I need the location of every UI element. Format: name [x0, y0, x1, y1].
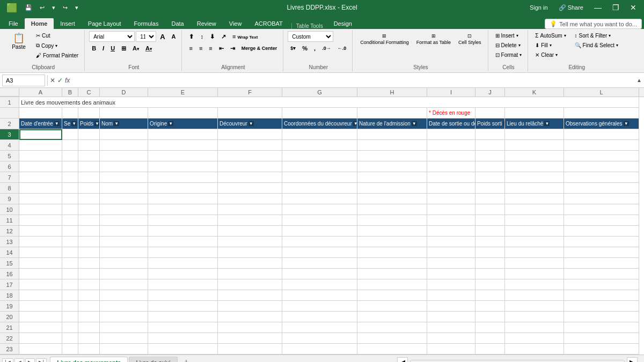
- paste-button[interactable]: 📋 Paste: [5, 31, 32, 52]
- filter-icon-c[interactable]: ▼: [94, 121, 100, 126]
- col-header-g[interactable]: G: [282, 88, 357, 97]
- header-nature[interactable]: Nature de l'admission ▼: [357, 119, 427, 129]
- align-middle-button[interactable]: ↕: [197, 31, 206, 42]
- col-header-c[interactable]: C: [78, 88, 100, 97]
- scroll-left-btn[interactable]: ◀: [397, 357, 408, 362]
- header-poids-sorti[interactable]: Poids sorti ▼: [475, 119, 505, 129]
- cell-h3[interactable]: [357, 129, 427, 140]
- increase-font-button[interactable]: A: [157, 31, 167, 42]
- format-as-table-button[interactable]: ⊞ Format as Table: [413, 31, 454, 47]
- tell-me-box[interactable]: 💡 Tell me what you want to do...: [545, 19, 642, 29]
- sheet-scroll-right[interactable]: ▶: [25, 358, 35, 362]
- format-painter-button[interactable]: 🖌 Format Painter: [33, 51, 81, 60]
- format-button[interactable]: ⊡ Format ▾: [493, 50, 525, 60]
- header-decouvreur[interactable]: Découvreur ▼: [218, 119, 282, 129]
- cell-j1b[interactable]: [475, 108, 505, 119]
- sort-filter-button[interactable]: ↕ Sort & Filter ▾: [572, 31, 621, 40]
- indent-decrease-button[interactable]: ⇤: [216, 43, 226, 54]
- sheet-scroll-last[interactable]: ▶|: [36, 358, 47, 362]
- header-lieu-relache[interactable]: Lieu du relâché ▼: [505, 119, 564, 129]
- font-name-select[interactable]: Arial: [89, 31, 135, 42]
- merge-center-button[interactable]: Merge & Center: [239, 43, 280, 54]
- rotate-text-button[interactable]: ↗: [218, 31, 229, 42]
- tab-formulas[interactable]: Formulas: [128, 18, 165, 29]
- cell-b3[interactable]: [62, 129, 78, 140]
- grid-scroll[interactable]: 1 Livre des mouvements des animaux * Déc…: [0, 97, 644, 354]
- insert-button[interactable]: ⊞ Insert ▾: [493, 31, 525, 40]
- fill-color-button[interactable]: A▾: [130, 43, 142, 54]
- conditional-formatting-button[interactable]: ⊞ Conditional Formatting: [357, 31, 412, 47]
- restore-button[interactable]: ❐: [609, 2, 623, 13]
- header-nom[interactable]: Nom ▼: [100, 119, 148, 129]
- cancel-formula-button[interactable]: ✕: [50, 77, 55, 84]
- header-date-entree[interactable]: Date d'entrée ▼: [19, 119, 62, 129]
- cell-d1b[interactable]: [100, 108, 148, 119]
- scroll-track[interactable]: [410, 360, 625, 363]
- cell-a1b[interactable]: [19, 108, 62, 119]
- cell-k3[interactable]: [505, 129, 564, 140]
- tab-review[interactable]: Review: [191, 18, 223, 29]
- delete-button[interactable]: ⊟ Delete ▾: [493, 41, 525, 50]
- cell-h1b[interactable]: [357, 108, 427, 119]
- filter-icon-f[interactable]: ▼: [248, 121, 254, 126]
- col-header-f[interactable]: F: [218, 88, 282, 97]
- percent-button[interactable]: %: [299, 43, 310, 54]
- col-header-b[interactable]: B: [62, 88, 78, 97]
- col-header-e[interactable]: E: [148, 88, 218, 97]
- cell-e1b[interactable]: [148, 108, 218, 119]
- border-button[interactable]: ⊞: [119, 43, 129, 54]
- undo-dropdown[interactable]: ▾: [50, 3, 57, 12]
- tab-data[interactable]: Data: [165, 18, 190, 29]
- tab-insert[interactable]: Insert: [54, 18, 82, 29]
- cell-f3[interactable]: [218, 129, 282, 140]
- name-box[interactable]: [2, 75, 45, 86]
- tab-file[interactable]: File: [2, 18, 25, 29]
- tab-home[interactable]: Home: [25, 18, 54, 29]
- cell-j3[interactable]: [475, 129, 505, 140]
- tab-acrobat[interactable]: ACROBAT: [248, 18, 289, 29]
- header-poids[interactable]: Poids ▼: [78, 119, 100, 129]
- wrap-text-button[interactable]: ≡ Wrap Text: [230, 31, 260, 42]
- filter-icon-g[interactable]: ▼: [353, 121, 357, 126]
- align-center-button[interactable]: ≡: [196, 43, 205, 54]
- bold-button[interactable]: B: [89, 43, 99, 54]
- align-top-button[interactable]: ⬆: [186, 31, 196, 42]
- sheet-scroll-first[interactable]: |◀: [2, 358, 13, 362]
- header-origine[interactable]: Origine ▼: [148, 119, 218, 129]
- filter-icon-a[interactable]: ▼: [54, 121, 60, 126]
- col-header-d[interactable]: D: [100, 88, 148, 97]
- close-button[interactable]: ✕: [627, 2, 640, 13]
- formula-input[interactable]: [72, 76, 634, 85]
- number-format-select[interactable]: Custom: [288, 31, 333, 42]
- redo-button[interactable]: ↪: [61, 3, 70, 12]
- scroll-right-btn[interactable]: ▶: [627, 357, 638, 362]
- filter-icon-b[interactable]: ▼: [71, 121, 77, 126]
- filter-icon-h[interactable]: ▼: [412, 121, 417, 126]
- new-sheet-button[interactable]: ＋: [179, 357, 194, 362]
- increase-decimal-button[interactable]: .0→: [319, 43, 334, 54]
- header-observations[interactable]: Observations générales ▼: [564, 119, 639, 129]
- cell-k1b[interactable]: [505, 108, 564, 119]
- autosum-button[interactable]: Σ AutoSum ▾: [532, 31, 568, 40]
- sheet-tab-mouvements[interactable]: Livre des mouvements: [50, 357, 128, 363]
- customize-qat[interactable]: ▾: [73, 3, 80, 12]
- italic-button[interactable]: I: [100, 43, 107, 54]
- copy-button[interactable]: ⧉ Copy ▾: [33, 41, 81, 50]
- expand-formula-button[interactable]: ▲: [636, 77, 642, 83]
- col-header-k[interactable]: K: [505, 88, 564, 97]
- align-left-button[interactable]: ≡: [186, 43, 195, 54]
- col-header-j[interactable]: J: [475, 88, 505, 97]
- save-qat-button[interactable]: 💾: [23, 3, 34, 12]
- clear-button[interactable]: ✕ Clear ▾: [532, 50, 568, 60]
- underline-button[interactable]: U: [108, 43, 118, 54]
- cell-i3[interactable]: [427, 129, 475, 140]
- cell-f1b[interactable]: [218, 108, 282, 119]
- cell-c3[interactable]: [78, 129, 100, 140]
- col-header-l[interactable]: L: [564, 88, 639, 97]
- cell-g3[interactable]: [282, 129, 357, 140]
- find-select-button[interactable]: 🔍 Find & Select ▾: [572, 41, 621, 50]
- tab-view[interactable]: View: [223, 18, 248, 29]
- font-color-button[interactable]: A▾: [143, 43, 155, 54]
- cell-c1b[interactable]: [78, 108, 100, 119]
- cell-b1b[interactable]: [62, 108, 78, 119]
